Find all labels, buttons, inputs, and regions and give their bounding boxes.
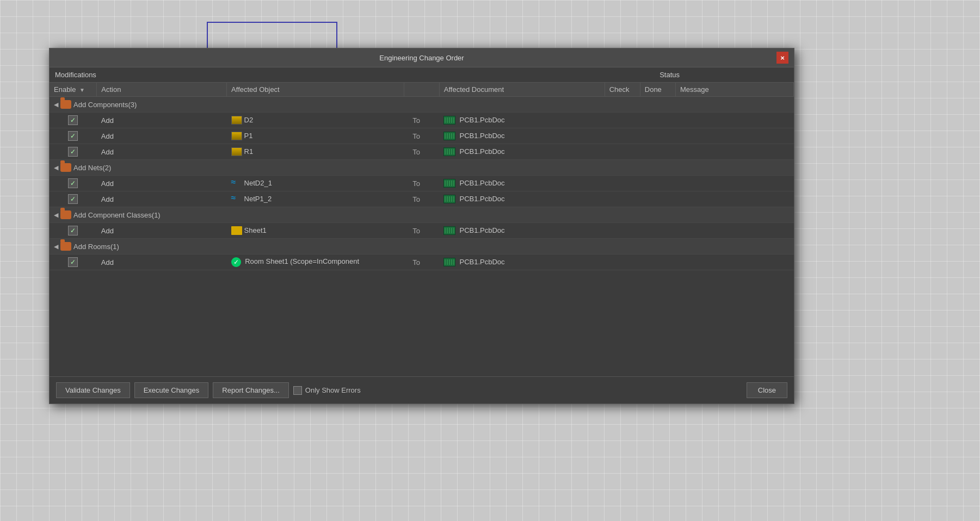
- folder-icon-components: [60, 100, 71, 109]
- collapse-arrow-components: ◀: [54, 101, 58, 108]
- group-row-classes[interactable]: ◀ Add Component Classes(1): [50, 207, 794, 223]
- collapse-arrow-classes: ◀: [54, 212, 58, 219]
- close-button[interactable]: Close: [747, 382, 787, 398]
- folder-icon-nets: [60, 163, 71, 172]
- component-class-icon-sheet1: [231, 226, 242, 235]
- component-icon-r1: [231, 147, 242, 156]
- checkbox-netd2[interactable]: ✓: [68, 178, 78, 188]
- check-cell-netd2: [605, 176, 640, 191]
- done-cell-d2: [640, 113, 675, 128]
- col-header-to: [404, 83, 439, 97]
- group-label-components: Add Components(3): [73, 101, 137, 109]
- col-header-affected-document: Affected Document: [439, 83, 605, 97]
- changes-table-container: Enable ▼ Action Affected Object Affected…: [50, 83, 794, 376]
- checkbox-d2[interactable]: ✓: [68, 115, 78, 125]
- table-row: ✓ Add D2 To PCB1.PcbDoc: [50, 113, 794, 128]
- enable-cell-r1[interactable]: ✓: [50, 144, 97, 160]
- dialog-body: Modifications Status Enable ▼ Action Aff…: [50, 67, 794, 404]
- enable-cell-netp1[interactable]: ✓: [50, 191, 97, 207]
- validate-changes-button[interactable]: Validate Changes: [56, 382, 130, 398]
- action-cell-r1: Add: [97, 144, 227, 160]
- col-header-check: Check: [605, 83, 640, 97]
- to-cell-netp1: To: [404, 191, 439, 207]
- msg-cell-p1: [675, 128, 793, 144]
- execute-changes-button[interactable]: Execute Changes: [134, 382, 209, 398]
- doc-cell-p1: PCB1.PcbDoc: [439, 128, 605, 144]
- group-row-components[interactable]: ◀ Add Components(3): [50, 97, 794, 113]
- check-cell-netp1: [605, 191, 640, 207]
- to-cell-netd2: To: [404, 176, 439, 191]
- group-row-nets[interactable]: ◀ Add Nets(2): [50, 160, 794, 176]
- enable-cell-sheet1[interactable]: ✓: [50, 223, 97, 239]
- only-show-errors-container: Only Show Errors: [293, 386, 361, 395]
- table-row: ✓ Add R1 To PCB1.PcbDoc: [50, 144, 794, 160]
- done-cell-r1: [640, 144, 675, 160]
- group-row-rooms[interactable]: ◀ Add Rooms(1): [50, 239, 794, 255]
- done-cell-netp1: [640, 191, 675, 207]
- table-row: ✓ Add NetD2_1 To PCB1.PcbDoc: [50, 176, 794, 191]
- status-label: Status: [660, 71, 680, 79]
- to-cell-p1: To: [404, 128, 439, 144]
- col-header-message: Message: [675, 83, 793, 97]
- msg-cell-netd2: [675, 176, 793, 191]
- obj-cell-sheet1: Sheet1: [227, 223, 404, 239]
- enable-cell-netd2[interactable]: ✓: [50, 176, 97, 191]
- enable-cell-p1[interactable]: ✓: [50, 128, 97, 144]
- enable-cell-d2[interactable]: ✓: [50, 113, 97, 128]
- action-cell-netp1: Add: [97, 191, 227, 207]
- obj-cell-d2: D2: [227, 113, 404, 128]
- done-cell-sheet1: [640, 223, 675, 239]
- doc-cell-r1: PCB1.PcbDoc: [439, 144, 605, 160]
- done-cell-netd2: [640, 176, 675, 191]
- group-label-nets: Add Nets(2): [73, 164, 111, 172]
- schematic-box: [207, 22, 337, 52]
- obj-cell-netp1: NetP1_2: [227, 191, 404, 207]
- done-cell-p1: [640, 128, 675, 144]
- msg-cell-sheet1: [675, 223, 793, 239]
- close-title-button[interactable]: ×: [776, 52, 788, 64]
- doc-cell-room: PCB1.PcbDoc: [439, 255, 605, 270]
- col-header-action: Action: [97, 83, 227, 97]
- action-cell-room: Add: [97, 255, 227, 270]
- obj-cell-p1: P1: [227, 128, 404, 144]
- table-row: ✓ Add ✓ Room Sheet1 (Scope=InComponent T…: [50, 255, 794, 270]
- net-icon-netp1: [231, 195, 242, 203]
- checkbox-r1[interactable]: ✓: [68, 147, 78, 157]
- modifications-label: Modifications: [55, 71, 96, 79]
- action-cell-sheet1: Add: [97, 223, 227, 239]
- check-cell-sheet1: [605, 223, 640, 239]
- sort-arrow-enable: ▼: [79, 87, 85, 93]
- checkbox-sheet1[interactable]: ✓: [68, 226, 78, 235]
- doc-cell-netd2: PCB1.PcbDoc: [439, 176, 605, 191]
- action-cell-netd2: Add: [97, 176, 227, 191]
- report-changes-button[interactable]: Report Changes...: [213, 382, 289, 398]
- component-icon-p1: [231, 132, 242, 140]
- enable-cell-room[interactable]: ✓: [50, 255, 97, 270]
- col-header-enable: Enable ▼: [50, 83, 97, 97]
- msg-cell-netp1: [675, 191, 793, 207]
- msg-cell-d2: [675, 113, 793, 128]
- col-header-affected-object: Affected Object: [227, 83, 404, 97]
- pcb-icon-r1: [443, 147, 455, 156]
- to-cell-room: To: [404, 255, 439, 270]
- collapse-arrow-rooms: ◀: [54, 243, 58, 250]
- pcb-icon-room: [443, 258, 455, 266]
- msg-cell-room: [675, 255, 793, 270]
- group-label-rooms: Add Rooms(1): [73, 243, 119, 251]
- checkbox-room[interactable]: ✓: [68, 257, 78, 267]
- action-cell-p1: Add: [97, 128, 227, 144]
- doc-cell-d2: PCB1.PcbDoc: [439, 113, 605, 128]
- obj-cell-netd2: NetD2_1: [227, 176, 404, 191]
- engineering-change-order-dialog: Engineering Change Order × Modifications…: [49, 48, 794, 404]
- pcb-icon-p1: [443, 132, 455, 140]
- doc-cell-netp1: PCB1.PcbDoc: [439, 191, 605, 207]
- obj-cell-r1: R1: [227, 144, 404, 160]
- dialog-title: Engineering Change Order: [67, 54, 776, 62]
- checkbox-netp1[interactable]: ✓: [68, 194, 78, 204]
- checkbox-p1[interactable]: ✓: [68, 131, 78, 141]
- check-cell-p1: [605, 128, 640, 144]
- check-cell-room: [605, 255, 640, 270]
- only-show-errors-label: Only Show Errors: [305, 386, 361, 394]
- table-row: ✓ Add NetP1_2 To PCB1.PcbDoc: [50, 191, 794, 207]
- only-show-errors-checkbox[interactable]: [293, 386, 302, 395]
